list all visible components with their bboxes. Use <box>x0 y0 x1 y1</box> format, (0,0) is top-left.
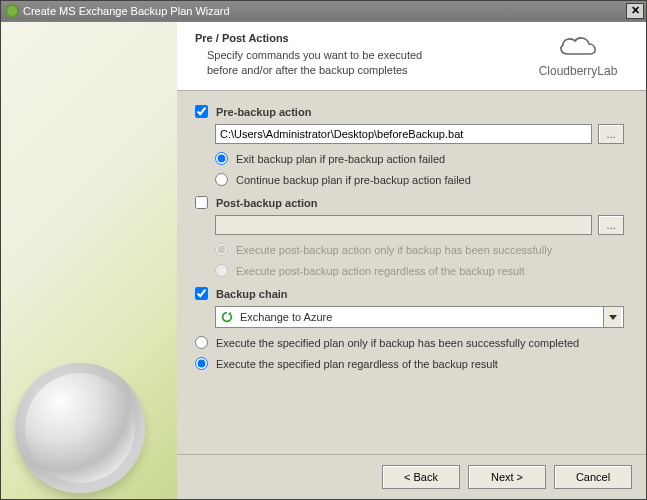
post-backup-radio-regardless-label: Execute post-backup action regardless of… <box>236 265 525 277</box>
pre-backup-radio-continue[interactable]: Continue backup plan if pre-backup actio… <box>215 173 624 186</box>
close-button[interactable]: ✕ <box>626 3 644 19</box>
backup-chain-radio-regardless-label: Execute the specified plan regardless of… <box>216 358 498 370</box>
pre-backup-radio-exit-input[interactable] <box>215 152 228 165</box>
brand-logo: CloudberryLab <box>528 32 628 78</box>
backup-chain-radio-success-label: Execute the specified plan only if backu… <box>216 337 579 349</box>
post-backup-browse-button: ... <box>598 215 624 235</box>
brand-text: CloudberryLab <box>528 64 628 78</box>
backup-chain-select-text: Exchange to Azure <box>240 311 603 323</box>
cancel-button[interactable]: Cancel <box>554 465 632 489</box>
post-backup-radio-success-input <box>215 243 228 256</box>
sidebar-graphic <box>1 22 177 499</box>
cloud-icon <box>553 32 603 62</box>
backup-chain-select-row: Exchange to Azure <box>215 306 624 328</box>
pre-backup-radio-exit[interactable]: Exit backup plan if pre-backup action fa… <box>215 152 624 165</box>
pre-backup-browse-button[interactable]: ... <box>598 124 624 144</box>
form-area: Pre-backup action ... Exit backup plan i… <box>177 91 646 454</box>
next-button[interactable]: Next > <box>468 465 546 489</box>
post-backup-checkbox-row[interactable]: Post-backup action <box>195 196 624 209</box>
post-backup-radio-success: Execute post-backup action only if backu… <box>215 243 624 256</box>
pre-backup-radio-continue-label: Continue backup plan if pre-backup actio… <box>236 174 471 186</box>
app-icon <box>5 4 19 18</box>
button-bar: < Back Next > Cancel <box>177 454 646 499</box>
pre-backup-checkbox-row[interactable]: Pre-backup action <box>195 105 624 118</box>
page-header: Pre / Post Actions Specify commands you … <box>177 22 646 91</box>
post-backup-section: Post-backup action ... Execute post-back… <box>195 196 624 277</box>
pre-backup-radios: Exit backup plan if pre-backup action fa… <box>215 152 624 186</box>
back-button[interactable]: < Back <box>382 465 460 489</box>
backup-chain-checkbox[interactable] <box>195 287 208 300</box>
backup-chain-checkbox-row[interactable]: Backup chain <box>195 287 624 300</box>
backup-chain-radio-success-input[interactable] <box>195 336 208 349</box>
pre-backup-section: Pre-backup action ... Exit backup plan i… <box>195 105 624 186</box>
post-backup-radio-regardless: Execute post-backup action regardless of… <box>215 264 624 277</box>
header-text: Pre / Post Actions Specify commands you … <box>195 32 528 78</box>
pre-backup-path-row: ... <box>215 124 624 144</box>
titlebar[interactable]: Create MS Exchange Backup Plan Wizard ✕ <box>1 1 646 21</box>
post-backup-label: Post-backup action <box>216 197 317 209</box>
wizard-window: Create MS Exchange Backup Plan Wizard ✕ … <box>0 0 647 500</box>
post-backup-checkbox[interactable] <box>195 196 208 209</box>
post-backup-path-row: ... <box>215 215 624 235</box>
page-subtitle: Specify commands you want to be executed… <box>195 48 455 78</box>
post-backup-path-input <box>215 215 592 235</box>
window-title: Create MS Exchange Backup Plan Wizard <box>23 5 626 17</box>
pre-backup-radio-continue-input[interactable] <box>215 173 228 186</box>
backup-chain-radio-success[interactable]: Execute the specified plan only if backu… <box>195 336 624 349</box>
page-title: Pre / Post Actions <box>195 32 528 44</box>
post-backup-radio-regardless-input <box>215 264 228 277</box>
body: Pre / Post Actions Specify commands you … <box>1 21 646 499</box>
pre-backup-checkbox[interactable] <box>195 105 208 118</box>
backup-chain-radio-regardless-input[interactable] <box>195 357 208 370</box>
backup-chain-label: Backup chain <box>216 288 288 300</box>
content: Pre / Post Actions Specify commands you … <box>177 22 646 499</box>
post-backup-radios: Execute post-backup action only if backu… <box>215 243 624 277</box>
refresh-icon <box>220 310 234 324</box>
backup-chain-section: Backup chain Exchange to Azure <box>195 287 624 370</box>
pre-backup-label: Pre-backup action <box>216 106 311 118</box>
pre-backup-path-input[interactable] <box>215 124 592 144</box>
post-backup-radio-success-label: Execute post-backup action only if backu… <box>236 244 552 256</box>
backup-chain-select[interactable]: Exchange to Azure <box>215 306 624 328</box>
backup-chain-radio-regardless[interactable]: Execute the specified plan regardless of… <box>195 357 624 370</box>
pre-backup-radio-exit-label: Exit backup plan if pre-backup action fa… <box>236 153 445 165</box>
backup-chain-radios: Execute the specified plan only if backu… <box>195 336 624 370</box>
chevron-down-icon[interactable] <box>603 307 621 327</box>
